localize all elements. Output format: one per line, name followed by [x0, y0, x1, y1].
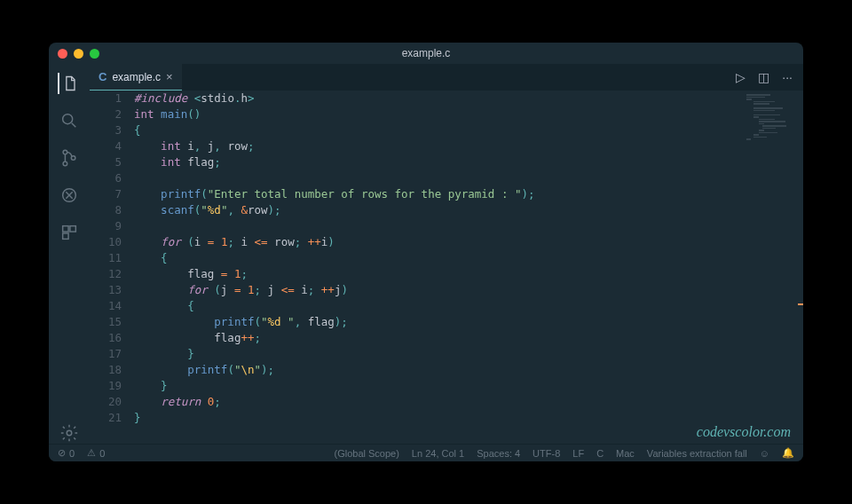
more-actions-icon[interactable]: ···	[782, 70, 793, 84]
code-line[interactable]: flag++;	[134, 330, 803, 346]
code-area[interactable]: #include <stdio.h>int main(){ int i, j, …	[134, 91, 803, 444]
svg-point-0	[63, 114, 73, 124]
status-language[interactable]: C	[596, 448, 604, 459]
source-control-icon[interactable]	[59, 147, 80, 169]
editor-main: C example.c × ▷ ◫ ··· 123456789101112131…	[90, 64, 803, 444]
split-editor-icon[interactable]: ◫	[758, 70, 769, 84]
status-spaces[interactable]: Spaces: 4	[477, 448, 520, 459]
line-number: 1	[90, 91, 122, 106]
code-line[interactable]: {	[134, 298, 803, 314]
line-number: 9	[90, 218, 122, 234]
status-task[interactable]: Variables extraction fall	[647, 448, 747, 459]
scrollbar-warning-marker[interactable]	[798, 303, 803, 305]
zoom-window-button[interactable]	[90, 49, 99, 59]
line-number: 11	[90, 250, 122, 266]
svg-rect-7	[63, 233, 68, 239]
tab-example-c[interactable]: C example.c ×	[90, 64, 182, 91]
status-errors[interactable]: ⊘ 0	[58, 447, 75, 459]
svg-point-2	[63, 161, 67, 166]
line-number: 8	[90, 202, 122, 218]
status-position[interactable]: Ln 24, Col 1	[412, 448, 464, 459]
line-number: 16	[90, 330, 122, 346]
minimap[interactable]	[746, 94, 800, 156]
code-line[interactable]	[134, 170, 803, 186]
line-number: 15	[90, 314, 122, 330]
settings-gear-icon[interactable]	[59, 422, 80, 444]
code-line[interactable]: for (j = 1; j <= i; ++j)	[134, 282, 803, 298]
errors-count: 0	[69, 448, 75, 459]
line-number: 21	[90, 410, 122, 426]
code-line[interactable]: scanf("%d", &row);	[134, 202, 803, 218]
tab-bar: C example.c × ▷ ◫ ···	[90, 64, 803, 91]
status-scope[interactable]: (Global Scope)	[334, 448, 398, 459]
errors-icon: ⊘	[58, 447, 66, 459]
warnings-count: 0	[99, 448, 105, 459]
window-body: C example.c × ▷ ◫ ··· 123456789101112131…	[49, 64, 803, 444]
line-number: 5	[90, 154, 122, 170]
line-number: 13	[90, 282, 122, 298]
code-line[interactable]: {	[134, 250, 803, 266]
code-line[interactable]: int main()	[134, 106, 803, 122]
run-icon[interactable]: ▷	[736, 70, 746, 84]
line-number-gutter: 123456789101112131415161718192021	[90, 91, 134, 444]
code-line[interactable]: printf("%d ", flag);	[134, 314, 803, 330]
code-line[interactable]	[134, 218, 803, 234]
line-number: 19	[90, 378, 122, 394]
line-number: 12	[90, 266, 122, 282]
code-line[interactable]: }	[134, 378, 803, 394]
code-line[interactable]: flag = 1;	[134, 266, 803, 282]
svg-point-3	[71, 156, 75, 161]
explorer-icon[interactable]	[58, 73, 79, 94]
svg-point-8	[67, 430, 72, 436]
code-line[interactable]: int flag;	[134, 154, 803, 170]
line-number: 10	[90, 234, 122, 250]
editor-window: example.c	[49, 43, 803, 461]
traffic-lights	[58, 49, 99, 59]
line-number: 18	[90, 362, 122, 378]
debug-icon[interactable]	[59, 185, 80, 206]
status-bar: ⊘ 0 ⚠ 0 (Global Scope) Ln 24, Col 1 Spac…	[49, 444, 803, 461]
line-number: 6	[90, 170, 122, 186]
line-number: 3	[90, 122, 122, 138]
close-window-button[interactable]	[58, 49, 67, 59]
svg-rect-5	[63, 226, 68, 232]
line-number: 20	[90, 394, 122, 410]
line-number: 4	[90, 138, 122, 154]
status-os[interactable]: Mac	[616, 448, 635, 459]
svg-rect-6	[70, 226, 75, 232]
code-line[interactable]: printf("\n");	[134, 362, 803, 378]
status-feedback-icon[interactable]: ☺	[760, 448, 769, 459]
activity-bar	[49, 64, 90, 444]
code-line[interactable]: }	[134, 346, 803, 362]
code-line[interactable]: printf("Enter total number of rows for t…	[134, 186, 803, 202]
code-line[interactable]: int i, j, row;	[134, 138, 803, 154]
code-line[interactable]: #include <stdio.h>	[134, 91, 803, 106]
tab-actions: ▷ ◫ ···	[736, 64, 803, 91]
line-number: 7	[90, 186, 122, 202]
extensions-icon[interactable]	[59, 222, 80, 243]
minimize-window-button[interactable]	[74, 49, 83, 59]
status-encoding[interactable]: UTF-8	[532, 448, 560, 459]
svg-point-1	[63, 150, 67, 154]
titlebar[interactable]: example.c	[49, 43, 803, 64]
code-editor[interactable]: 123456789101112131415161718192021 #inclu…	[90, 91, 803, 444]
status-warnings[interactable]: ⚠ 0	[87, 447, 105, 459]
code-line[interactable]: return 0;	[134, 394, 803, 410]
line-number: 17	[90, 346, 122, 362]
line-number: 14	[90, 298, 122, 314]
warnings-icon: ⚠	[87, 447, 96, 459]
tab-filename: example.c	[112, 71, 161, 83]
line-number: 2	[90, 106, 122, 122]
status-bell-icon[interactable]: 🔔	[782, 447, 794, 459]
code-line[interactable]: {	[134, 122, 803, 138]
status-eol[interactable]: LF	[572, 448, 584, 459]
search-icon[interactable]	[59, 110, 80, 131]
watermark: codevscolor.com	[697, 424, 791, 440]
c-language-icon: C	[99, 70, 106, 83]
tab-close-icon[interactable]: ×	[166, 70, 173, 83]
code-line[interactable]: for (i = 1; i <= row; ++i)	[134, 234, 803, 250]
window-title: example.c	[49, 47, 803, 59]
